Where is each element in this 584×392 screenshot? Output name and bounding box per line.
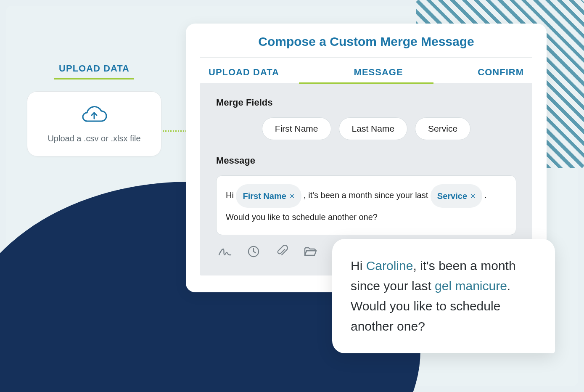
remove-pill-icon[interactable]: × (290, 187, 295, 205)
upload-dropzone[interactable]: Upload a .csv or .xlsx file (27, 91, 161, 156)
editor-text: . (484, 191, 487, 200)
cloud-upload-icon (36, 105, 153, 127)
editor-text: , it's been a month since your last (304, 191, 428, 200)
upload-caption: Upload a .csv or .xlsx file (36, 134, 153, 143)
signature-icon[interactable] (218, 244, 232, 259)
preview-merge-name: Caroline (366, 259, 413, 273)
compose-title: Compose a Custom Merge Message (200, 34, 532, 58)
remove-pill-icon[interactable]: × (470, 187, 476, 205)
merge-pill-label: Service (437, 187, 467, 205)
upload-mini-card: UPLOAD DATA Upload a .csv or .xlsx file (27, 63, 161, 156)
clock-icon[interactable] (246, 244, 261, 259)
merge-pill-first-name[interactable]: First Name × (236, 184, 301, 208)
merge-pill-label: First Name (243, 187, 286, 205)
chip-first-name[interactable]: First Name (262, 117, 331, 140)
upload-mini-tab-label: UPLOAD DATA (54, 63, 134, 79)
chip-last-name[interactable]: Last Name (339, 117, 408, 140)
editor-text: Hi (226, 191, 234, 200)
preview-text: Hi (351, 259, 366, 273)
message-section-label: Message (216, 155, 516, 166)
paperclip-icon[interactable] (275, 244, 289, 259)
compose-tabs: UPLOAD DATA MESSAGE CONFIRM (200, 58, 532, 83)
preview-merge-service: gel manicure (435, 279, 507, 293)
tab-upload-data[interactable]: UPLOAD DATA (209, 67, 279, 83)
merge-fields-label: Merge Fields (216, 97, 516, 108)
active-tab-underline (299, 82, 433, 84)
message-editor[interactable]: Hi First Name × , it's been a month sinc… (216, 175, 516, 235)
tab-confirm[interactable]: CONFIRM (478, 67, 524, 83)
editor-text: Would you like to schedule another one? (226, 212, 378, 222)
folder-open-icon[interactable] (304, 244, 318, 259)
merge-field-chips: First Name Last Name Service (216, 117, 516, 140)
merge-pill-service[interactable]: Service × (431, 184, 482, 208)
tab-message[interactable]: MESSAGE (354, 67, 403, 83)
chip-service[interactable]: Service (415, 117, 470, 140)
preview-bubble: Hi Caroline, it's been a month since you… (332, 239, 555, 353)
